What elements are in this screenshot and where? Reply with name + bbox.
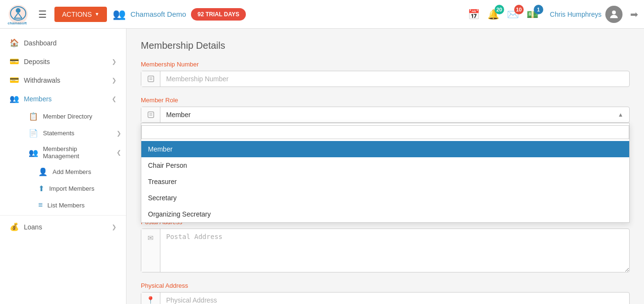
sidebar-item-list-members-label: List Members — [47, 202, 84, 209]
member-role-select[interactable]: Member ▲ — [160, 107, 629, 122]
physical-address-label: Physical Address — [141, 282, 630, 289]
membership-management-icon: 👥 — [29, 148, 38, 157]
avatar — [605, 6, 623, 23]
sidebar-item-member-directory-label: Member Directory — [43, 113, 92, 120]
members-arrow-icon: ❮ — [112, 96, 116, 102]
sidebar-item-list-members[interactable]: ≡ List Members — [33, 197, 126, 213]
deposits-icon: 💳 — [10, 57, 19, 66]
withdrawals-arrow-icon: ❯ — [112, 77, 116, 84]
logo: chamasoft — [6, 4, 31, 25]
hamburger-icon[interactable]: ☰ — [38, 9, 47, 20]
group-icon: 👥 — [113, 8, 126, 21]
membership-number-input[interactable] — [160, 71, 629, 87]
sidebar-item-add-members[interactable]: 👤 Add Members — [33, 163, 126, 180]
topnav: chamasoft ☰ ACTIONS ▼ 👥 Chamasoft Demo 9… — [0, 0, 644, 29]
actions-button[interactable]: ACTIONS ▼ — [54, 7, 107, 22]
svg-point-2 — [16, 8, 21, 13]
membership-management-submenu: 👤 Add Members ⬆ Import Members ≡ List Me… — [24, 163, 126, 213]
sidebar-item-membership-management-label: Membership Management — [43, 145, 112, 160]
sidebar-item-loans-label: Loans — [24, 223, 42, 231]
sidebar-item-members-label: Members — [24, 95, 52, 103]
dropdown-option-chair-person[interactable]: Chair Person — [141, 157, 629, 174]
main-content: Membership Details Membership Number Mem… — [127, 29, 644, 304]
deposits-arrow-icon: ❯ — [112, 58, 116, 65]
membership-number-input-wrapper — [141, 71, 630, 87]
import-members-icon: ⬆ — [38, 184, 44, 193]
sidebar-item-membership-management[interactable]: 👥 Membership Management ❮ — [24, 141, 126, 163]
membership-management-arrow-icon: ❮ — [116, 149, 121, 156]
messages-icon-wrap: ✉️ 10 — [505, 7, 521, 22]
section-title: Membership Details — [141, 40, 630, 51]
sidebar-item-withdrawals-label: Withdrawals — [24, 76, 60, 84]
members-submenu: 📋 Member Directory 📄 Statements ❯ 👥 Memb… — [0, 108, 126, 213]
sidebar-item-statements-label: Statements — [43, 130, 74, 137]
statements-arrow-icon: ❯ — [116, 130, 121, 137]
sidebar-item-members[interactable]: 👥 Members ❮ — [0, 89, 126, 108]
postal-address-input[interactable] — [160, 229, 629, 272]
member-role-select-wrapper: Member ▲ — [141, 107, 630, 123]
sidebar-item-member-directory[interactable]: 📋 Member Directory — [24, 108, 126, 125]
member-role-label: Member Role — [141, 97, 630, 104]
member-role-icon — [141, 107, 160, 122]
sidebar-item-dashboard-label: Dashboard — [24, 39, 57, 47]
statements-icon: 📄 — [29, 129, 38, 138]
group-name: Chamasoft Demo — [130, 10, 186, 18]
sidebar-item-deposits[interactable]: 💳 Deposits ❯ — [0, 52, 126, 71]
sidebar-item-loans[interactable]: 💰 Loans ❯ — [0, 217, 126, 236]
user-info: Chris Humphreys ➡ — [550, 6, 638, 23]
members-icon: 👥 — [10, 94, 19, 103]
physical-address-wrapper: 📍 — [141, 292, 630, 304]
dropdown-option-member[interactable]: Member — [141, 141, 629, 157]
sidebar: 🏠 Dashboard 💳 Deposits ❯ 💳 Withdrawals ❯… — [0, 29, 127, 304]
member-role-group: Member Role Member ▲ Member C — [141, 97, 630, 123]
membership-number-icon — [141, 71, 160, 87]
sidebar-item-import-members-label: Import Members — [49, 185, 95, 192]
svg-rect-8 — [148, 76, 154, 82]
trial-badge: 92 TRIAL DAYS — [191, 8, 246, 21]
member-directory-icon: 📋 — [29, 112, 38, 121]
svg-point-7 — [612, 11, 616, 14]
loans-icon: 💰 — [10, 222, 19, 231]
dropdown-option-secretary[interactable]: Secretary — [141, 190, 629, 206]
physical-address-icon: 📍 — [141, 293, 160, 304]
sidebar-item-import-members[interactable]: ⬆ Import Members — [33, 180, 126, 197]
actions-arrow-icon: ▼ — [95, 11, 99, 17]
page-layout: 🏠 Dashboard 💳 Deposits ❯ 💳 Withdrawals ❯… — [0, 29, 644, 304]
messages-badge: 10 — [514, 5, 524, 14]
loans-arrow-icon: ❯ — [112, 224, 116, 230]
sidebar-item-statements[interactable]: 📄 Statements ❯ — [24, 125, 126, 141]
membership-number-group: Membership Number — [141, 61, 630, 87]
physical-address-group: Physical Address 📍 — [141, 282, 630, 304]
sidebar-item-withdrawals[interactable]: 💳 Withdrawals ❯ — [0, 71, 126, 89]
member-role-dropdown: Member Chair Person Treasurer Secretary … — [141, 123, 630, 223]
member-role-arrow-icon: ▲ — [618, 111, 623, 118]
postal-address-group: Postal Address ✉ — [141, 218, 630, 272]
notifications-badge: 20 — [495, 5, 504, 14]
actions-label: ACTIONS — [62, 11, 92, 18]
notifications-icon-wrap: 🔔 20 — [486, 7, 501, 22]
logout-icon[interactable]: ➡ — [630, 9, 638, 20]
calendar-button[interactable]: 📅 — [466, 7, 482, 22]
dropdown-option-treasurer[interactable]: Treasurer — [141, 174, 629, 190]
nav-icons: 📅 🔔 20 ✉️ 10 💵 1 Chris Humphreys ➡ — [466, 6, 638, 23]
postal-address-wrapper: ✉ — [141, 228, 630, 272]
add-members-icon: 👤 — [38, 167, 48, 176]
sidebar-item-deposits-label: Deposits — [24, 58, 50, 65]
postal-address-icon: ✉ — [141, 229, 160, 272]
svg-text:chamasoft: chamasoft — [8, 21, 27, 25]
sidebar-item-add-members-label: Add Members — [53, 168, 91, 175]
sidebar-item-dashboard[interactable]: 🏠 Dashboard — [0, 33, 126, 52]
user-name: Chris Humphreys — [550, 11, 602, 18]
member-role-search-input[interactable] — [141, 125, 629, 139]
calendar-icon-wrap: 📅 — [466, 7, 482, 22]
home-icon: 🏠 — [10, 38, 19, 47]
member-role-value: Member — [166, 111, 190, 119]
sidebar-divider — [0, 215, 126, 216]
money-icon-wrap: 💵 1 — [525, 7, 540, 22]
withdrawals-icon: 💳 — [10, 76, 19, 85]
dropdown-option-organizing-secretary[interactable]: Organizing Secretary — [141, 206, 629, 222]
membership-number-label: Membership Number — [141, 61, 630, 68]
money-badge: 1 — [534, 5, 543, 14]
list-members-icon: ≡ — [38, 201, 42, 209]
physical-address-input[interactable] — [160, 293, 629, 304]
